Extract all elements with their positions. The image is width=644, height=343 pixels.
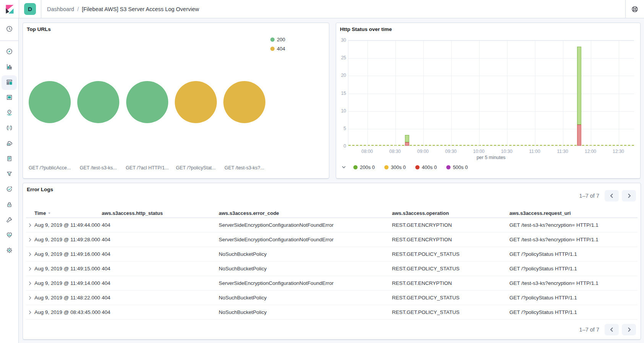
sidebar-item-maps[interactable]	[2, 106, 17, 120]
cell-request_uri: GET /?policyStatus HTTP/1.1	[509, 295, 637, 301]
y-tick-label: 0	[336, 143, 346, 149]
bar-segment-200s[interactable]	[405, 135, 409, 142]
sidebar-item-uptime[interactable]	[2, 182, 17, 197]
sidebar-item-dev-tools[interactable]	[2, 213, 17, 228]
legend-item-300s[interactable]: 300s 0	[384, 164, 406, 170]
expand-row-button[interactable]	[26, 309, 34, 316]
bar-segment-400s[interactable]	[405, 142, 409, 146]
sidebar-item-canvas[interactable]	[2, 91, 17, 105]
panel-title-error-logs[interactable]: Error Logs	[27, 187, 53, 192]
expand-row-button[interactable]	[26, 294, 34, 302]
column-header-request_uri[interactable]: aws.s3access.request_uri	[509, 210, 637, 216]
sidebar-item-visualize[interactable]	[2, 60, 17, 75]
legend-label: 200s 0	[360, 164, 375, 170]
sidebar-item-stack-monitoring[interactable]	[2, 228, 17, 243]
expand-row-button[interactable]	[26, 265, 34, 273]
cell-operation: REST.GET.ENCRYPTION	[392, 237, 509, 242]
x-tick-label: 10:00	[467, 149, 490, 154]
legend-item-500s[interactable]: 500s 0	[446, 164, 468, 170]
sidebar-item-apm[interactable]	[2, 137, 17, 151]
sidebar-item-machine-learning[interactable]	[2, 121, 17, 136]
gridline	[507, 41, 507, 146]
space-badge[interactable]: D	[24, 3, 36, 15]
uptime-icon	[6, 185, 13, 194]
sidebar-item-management[interactable]	[2, 244, 17, 258]
expand-cell	[26, 280, 34, 287]
top-urls-legend: 200404	[270, 37, 285, 52]
chevron-left-icon	[609, 193, 615, 199]
next-page-button[interactable]	[622, 190, 636, 202]
chevron-down-icon	[341, 164, 347, 170]
legend-item-400s[interactable]: 400s 0	[415, 164, 437, 170]
help-icon	[631, 5, 639, 13]
gridline	[348, 129, 634, 129]
cell-http_status: 404	[102, 237, 219, 242]
cell-time: Aug 9, 2019 @ 11:49:44.000	[34, 222, 102, 228]
x-tick-label: 10:30	[495, 149, 518, 154]
panel-title-http-status[interactable]: Http Status over time	[340, 26, 392, 32]
table-row: Aug 9, 2019 @ 11:49:14.000404ServerSideE…	[26, 276, 637, 291]
bar-segment-200s[interactable]	[577, 47, 581, 124]
sidebar-item-siem[interactable]	[2, 198, 17, 212]
cell-time: Aug 9, 2019 @ 11:49:16.000	[34, 251, 102, 257]
cell-operation: REST.GET.POLICY_STATUS	[392, 309, 509, 315]
bar-segment-400s[interactable]	[577, 125, 581, 146]
pagination-top: 1–7 of 7	[579, 190, 636, 202]
lock-icon	[6, 201, 13, 210]
x-tick-label: 11:30	[551, 149, 574, 154]
bubble-404[interactable]	[223, 81, 265, 123]
prev-page-button[interactable]	[605, 190, 619, 202]
cell-error_code: NoSuchBucketPolicy	[219, 295, 392, 301]
next-page-button[interactable]	[622, 324, 636, 335]
table-row: Aug 9, 2019 @ 08:43:45.000404NoSuchBucke…	[26, 305, 637, 320]
panel-title-top-urls[interactable]: Top URLs	[27, 26, 51, 32]
y-tick-label: 20	[336, 73, 346, 78]
gridline	[451, 41, 452, 146]
bubble-404[interactable]	[175, 81, 217, 123]
cell-time: Aug 9, 2019 @ 08:43:45.000	[34, 309, 102, 315]
cell-error_code: ServerSideEncryptionConfigurationNotFoun…	[219, 280, 392, 286]
column-header-operation[interactable]: aws.s3access.operation	[392, 210, 509, 216]
expand-row-button[interactable]	[26, 236, 34, 244]
cell-error_code: ServerSideEncryptionConfigurationNotFoun…	[219, 237, 392, 242]
cell-error_code: NoSuchBucketPolicy	[219, 266, 392, 271]
pagination-label: 1–7 of 7	[579, 327, 599, 333]
kibana-logo[interactable]	[0, 0, 19, 18]
bubble-200[interactable]	[126, 81, 168, 123]
sort-descending-icon	[47, 210, 51, 216]
legend-collapse-button[interactable]	[341, 164, 347, 170]
x-tick-label: 08:00	[356, 149, 379, 154]
expand-row-button[interactable]	[26, 250, 34, 258]
breadcrumb-separator: /	[77, 6, 79, 12]
gridline	[348, 111, 634, 112]
help-button[interactable]	[626, 0, 644, 18]
legend-item-200[interactable]: 200	[270, 37, 285, 42]
legend-item-200s[interactable]: 200s 0	[353, 164, 375, 170]
panel-http-status: Http Status over time 051015202530 08:00…	[336, 23, 641, 179]
column-header-error_code[interactable]: aws.s3access.error_code	[219, 210, 392, 216]
gridline	[563, 41, 563, 146]
sidebar-item-logs[interactable]	[2, 152, 17, 166]
time-sort-control[interactable]: Time	[34, 210, 99, 216]
sidebar-item-discover[interactable]	[2, 45, 17, 59]
cloud-icon	[6, 140, 13, 148]
legend-item-404[interactable]: 404	[270, 46, 285, 52]
column-header-time[interactable]: Time	[34, 210, 102, 216]
breadcrumb-dashboard-link[interactable]: Dashboard	[47, 6, 74, 12]
sidebar-item-metrics[interactable]	[2, 167, 17, 182]
expand-cell	[26, 294, 34, 302]
expand-row-button[interactable]	[26, 280, 34, 287]
sidebar-item-dashboard[interactable]	[2, 75, 17, 90]
error-logs-table: Timeaws.s3access.http_statusaws.s3access…	[26, 209, 637, 320]
bubble-200[interactable]	[29, 81, 71, 123]
bubble-label: GET /test-s3-ks?...	[216, 165, 273, 171]
expand-row-button[interactable]	[26, 221, 34, 229]
prev-page-button[interactable]	[605, 324, 619, 335]
table-row: Aug 9, 2019 @ 11:49:15.000404NoSuchBucke…	[26, 262, 637, 276]
bubble-200[interactable]	[77, 81, 119, 123]
cell-http_status: 404	[102, 222, 219, 228]
breadcrumb: Dashboard / [Filebeat AWS] S3 Server Acc…	[47, 6, 199, 12]
column-header-http_status[interactable]: aws.s3access.http_status	[102, 210, 219, 216]
sidebar-item-recently-viewed[interactable]	[2, 22, 17, 37]
y-tick-label: 10	[336, 108, 346, 114]
